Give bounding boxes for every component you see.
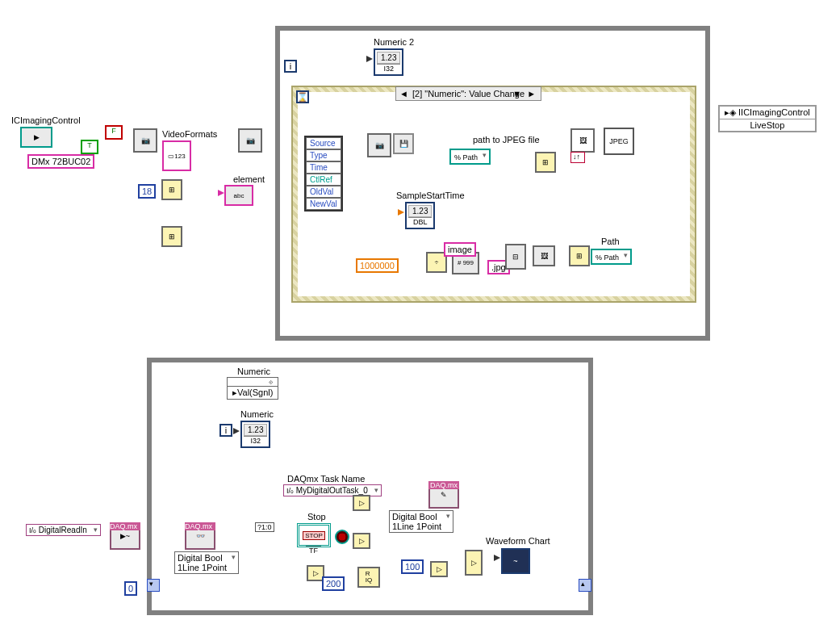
daqmx-read-mode[interactable]: Digital Bool 1Line 1Point: [174, 551, 239, 574]
sample-start-label: SampleStartTime: [396, 191, 465, 200]
ic-imaging-label: ICImagingControl: [11, 115, 81, 125]
wire-arrow: [398, 209, 404, 216]
digital-read-in-control[interactable]: I/₀ DigitalReadIn: [26, 524, 101, 536]
daqmx-task-label: DAQmx Task Name: [287, 474, 365, 484]
build-path-node-2: ⊞: [569, 245, 590, 266]
device-constant[interactable]: DMx 72BUC02: [27, 154, 94, 169]
constant-200[interactable]: 200: [322, 576, 345, 591]
select-node: ▷: [465, 550, 483, 576]
path-to-jpeg-control[interactable]: % Path: [449, 149, 491, 165]
numeric-prop-label: Numeric: [237, 367, 270, 376]
loop-condition-2: [335, 530, 349, 544]
stop-button[interactable]: STOP: [297, 523, 331, 547]
wire-arrow: [494, 555, 500, 561]
imaq-create-node: 🖼: [533, 245, 555, 266]
path-label: Path: [601, 237, 620, 246]
image-constant[interactable]: image: [444, 242, 476, 257]
stop-tf-label: TF: [306, 546, 321, 555]
invoke-node-camera: 📷: [367, 133, 391, 157]
constant-zero[interactable]: 0: [124, 581, 137, 596]
quotient-remainder-node: R IQ: [357, 567, 380, 588]
jpeg-save-node: JPEG: [604, 128, 634, 155]
iic-out-field[interactable]: ▸◈ IICImagingControl LiveStop: [718, 105, 817, 132]
shift-register-right: ▴: [579, 579, 591, 592]
array-size-node: ⊞: [161, 226, 182, 247]
arrow-pair-icon: ↓↑: [570, 152, 585, 163]
numeric-prop-node[interactable]: ⟐ ▸Val(Sgnl): [227, 377, 278, 400]
video-formats-node: ▭123: [162, 140, 191, 171]
select-1-0-node: ?1:0: [255, 522, 274, 532]
numeric2-label: Numeric 2: [374, 37, 414, 47]
not-node-1: ▷: [353, 495, 370, 511]
shift-register-left: ▾: [147, 579, 160, 592]
iteration-terminal-2: i: [219, 424, 232, 437]
element-indicator[interactable]: abc: [224, 185, 253, 206]
wire-arrow: [233, 428, 240, 434]
daqmx-start-node: DAQ.mx ▶~: [110, 522, 140, 550]
path-to-jpeg-label: path to JPEG file: [473, 135, 540, 145]
false-constant[interactable]: F: [105, 125, 123, 140]
constant-million[interactable]: 1000000: [356, 258, 399, 273]
event-timeout-terminal: ⌛: [296, 90, 309, 103]
true-constant[interactable]: T: [81, 140, 98, 154]
video-formats-label: VideoFormats: [162, 129, 217, 139]
event-case-selector[interactable]: [2] "Numeric": Value Change: [395, 86, 541, 101]
build-path-node-1: ⊞: [535, 152, 556, 173]
ic-imaging-refnum[interactable]: ▶: [20, 127, 52, 148]
waveform-chart-indicator[interactable]: ~: [501, 548, 530, 574]
not-node-2: ▷: [353, 533, 370, 549]
daqmx-write-node: DAQ.mx ✎: [428, 481, 459, 509]
constant-18[interactable]: 18: [138, 184, 156, 199]
property-node-camera-2: 📷: [238, 128, 262, 153]
event-data-cluster: Source Type Time CtlRef OldVal NewVal: [304, 136, 343, 212]
compare-node-2: ▷: [430, 561, 448, 577]
waveform-chart-label: Waveform Chart: [486, 536, 550, 546]
invoke-node-save: 💾: [393, 133, 414, 154]
sample-start-indicator[interactable]: 1.23 DBL: [405, 202, 435, 229]
numeric2-indicator[interactable]: 1.23 I32: [374, 48, 403, 76]
property-node-camera-1: 📷: [133, 128, 157, 153]
path-indicator[interactable]: % Path: [591, 249, 632, 265]
constant-100[interactable]: 100: [401, 559, 424, 574]
daqmx-read-node: DAQ.mx 👓: [185, 522, 215, 550]
wire-arrow: [366, 56, 373, 62]
daqmx-write-mode[interactable]: Digital Bool 1Line 1Point: [389, 510, 453, 533]
concat-string-node: ⊟: [505, 244, 526, 270]
numeric-indicator[interactable]: 1.23 I32: [240, 421, 270, 448]
iteration-terminal: i: [284, 60, 297, 73]
element-label: element: [233, 174, 265, 184]
wire-arrow: [218, 190, 224, 196]
numeric-ind-label: Numeric: [240, 409, 274, 419]
stop-label: Stop: [307, 512, 326, 522]
imaq-flatten-node: 🖼: [570, 128, 595, 153]
index-array-node: ⊞: [161, 179, 182, 200]
